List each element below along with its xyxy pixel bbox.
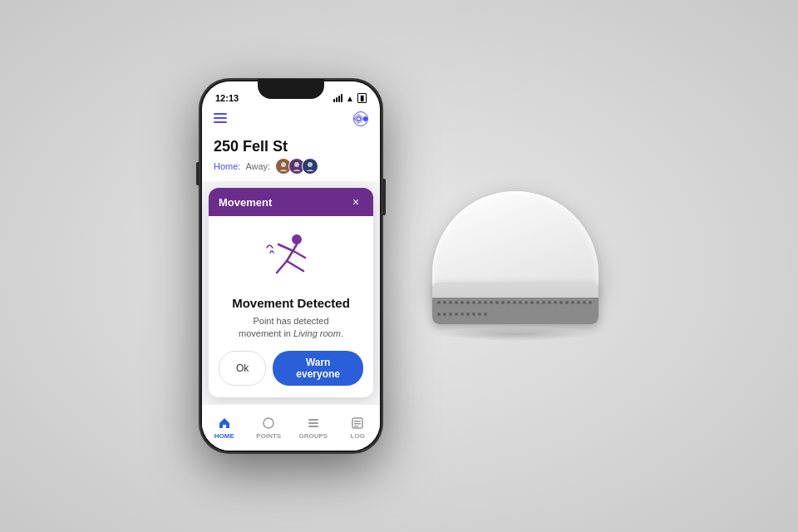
svg-point-3 (357, 117, 361, 121)
sensor-device (432, 191, 598, 341)
modal-title: Movement (219, 196, 272, 209)
wifi-icon: ▲ (346, 94, 354, 103)
bottom-nav: HOME POINTS (202, 404, 380, 451)
status-time: 12:13 (215, 93, 239, 103)
settings-icon[interactable] (353, 111, 368, 126)
warn-everyone-button[interactable]: Warn everyone (273, 351, 363, 386)
nav-home-label: HOME (214, 432, 234, 440)
phone-mockup: 12:13 ▲ ▮ (200, 79, 382, 453)
nav-log[interactable]: LOG (336, 405, 381, 451)
svg-rect-25 (308, 422, 318, 424)
svg-line-15 (293, 251, 305, 258)
modal-location: Living room (293, 328, 341, 338)
home-nav-icon (217, 416, 232, 431)
modal-header: Movement × (209, 188, 373, 216)
battery-icon: ▮ (357, 93, 367, 103)
nav-log-label: LOG (351, 432, 365, 440)
svg-rect-1 (214, 117, 227, 119)
app-header (202, 106, 380, 135)
address-title: 250 Fell St (214, 138, 368, 155)
svg-rect-0 (214, 113, 227, 115)
phone-frame: 12:13 ▲ ▮ (200, 79, 382, 453)
phone-notch (258, 79, 324, 99)
address-section: 250 Fell St Home: Away: (202, 135, 380, 181)
svg-rect-26 (308, 426, 318, 427)
avatar-group (275, 158, 318, 175)
svg-point-23 (264, 418, 273, 428)
svg-rect-24 (308, 419, 318, 421)
svg-rect-2 (214, 121, 227, 123)
svg-rect-28 (354, 421, 361, 422)
menu-icon[interactable] (214, 112, 227, 126)
avatar-3 (302, 158, 318, 175)
signal-icon (333, 94, 342, 102)
nav-groups[interactable]: GROUPS (291, 405, 336, 451)
svg-rect-29 (354, 423, 361, 425)
sensor-base (432, 283, 598, 324)
log-nav-icon (350, 416, 365, 431)
ok-button[interactable]: Ok (219, 351, 266, 386)
svg-point-9 (281, 162, 286, 167)
movement-icon (262, 229, 320, 288)
sensor-grill (432, 298, 598, 324)
modal-body: Movement Detected Point has detected mov… (209, 216, 373, 397)
phone-screen: 12:13 ▲ ▮ (202, 81, 380, 451)
nav-groups-label: GROUPS (298, 432, 328, 440)
nav-points[interactable]: POINTS (247, 405, 292, 451)
away-label: Away: (245, 161, 270, 171)
svg-point-4 (355, 116, 362, 123)
groups-nav-icon (306, 416, 321, 431)
svg-point-11 (308, 162, 313, 167)
sensor-shadow (441, 328, 590, 341)
points-nav-icon (261, 416, 276, 431)
status-icons: ▲ ▮ (333, 93, 367, 103)
modal-heading: Movement Detected (219, 296, 363, 310)
svg-line-17 (287, 261, 303, 271)
svg-point-10 (294, 162, 299, 167)
presence-row: Home: Away: (214, 158, 368, 175)
modal-buttons: Ok Warn everyone (219, 351, 363, 386)
svg-line-16 (277, 261, 287, 273)
svg-line-14 (278, 244, 293, 251)
movement-modal: Movement × (209, 188, 373, 397)
nav-home[interactable]: HOME (202, 405, 247, 451)
svg-rect-30 (354, 426, 358, 427)
main-scene: 12:13 ▲ ▮ (66, 25, 732, 507)
modal-description: Point has detected movement in Living ro… (219, 315, 363, 341)
nav-points-label: POINTS (256, 432, 281, 440)
svg-point-12 (292, 234, 302, 244)
modal-close-button[interactable]: × (348, 195, 363, 209)
home-label: Home: (214, 161, 240, 171)
